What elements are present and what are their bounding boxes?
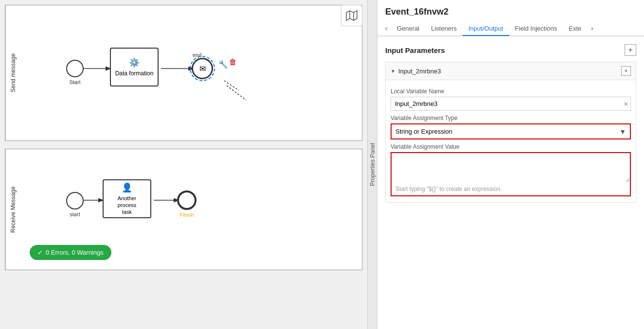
input-group-toggle[interactable]: ▼ Input_2mrbne3 <box>391 68 441 75</box>
finish-circle <box>177 190 197 210</box>
tab-arrow-right[interactable]: › <box>587 21 597 35</box>
assignment-value-hint: Start typing "${}" to create an expressi… <box>392 184 630 195</box>
task-box-formation: ⚙️ Data formation <box>110 48 159 87</box>
person-icon: 👤 <box>122 182 132 193</box>
local-var-clear-button[interactable]: × <box>624 100 628 108</box>
envelope-icon: ✉ <box>199 64 206 73</box>
status-check-icon: ✓ <box>37 249 43 256</box>
section-title: Input Parameters <box>385 46 445 54</box>
tab-extensions[interactable]: Exte <box>563 22 587 36</box>
add-input-button[interactable]: + <box>625 44 636 56</box>
panel-tabs: ‹ General Listeners Input/Output Field I… <box>377 21 644 36</box>
status-text: 0 Errors, 0 Warnings <box>46 249 104 256</box>
local-var-label: Local Variable Name <box>391 88 631 95</box>
end-label: end <box>193 52 201 58</box>
lane-top-label: Send message <box>5 5 20 140</box>
tab-listeners[interactable]: Listeners <box>425 22 463 36</box>
start-label-bottom: start <box>70 211 80 217</box>
wrench-icon: 🔧 <box>218 60 228 69</box>
input-group: ▼ Input_2mrbne3 × Local Variable Name × … <box>385 62 636 203</box>
input-group-header: ▼ Input_2mrbne3 × <box>386 62 636 80</box>
chevron-down-icon: ▼ <box>391 69 395 74</box>
start-event-top[interactable]: Start <box>66 60 84 85</box>
assignment-value-label: Variable Assignment Value <box>391 143 631 150</box>
tab-input-output[interactable]: Input/Output <box>463 22 509 36</box>
lane-top-content: Start ⚙️ Data formation end ✉ 🔧 🗑 <box>20 5 362 140</box>
data-formation-task[interactable]: ⚙️ Data formation <box>110 48 159 87</box>
remove-group-button[interactable]: × <box>621 66 631 76</box>
map-icon-button[interactable] <box>341 5 362 26</box>
tab-general[interactable]: General <box>391 22 425 36</box>
task-label-another: Another process task <box>118 195 137 216</box>
panel-title: Event_16fnvw2 <box>377 0 644 21</box>
local-var-input[interactable] <box>391 97 631 111</box>
end-circle-dashed: ✉ <box>192 58 213 79</box>
properties-tab-label: Properties Panel <box>369 143 376 186</box>
start-label-top: Start <box>69 79 80 85</box>
lane-top: Send message Start <box>5 5 362 141</box>
task-label-formation: Data formation <box>115 70 154 77</box>
task-box-another: 👤 Another process task <box>103 179 151 218</box>
assignment-type-wrapper: String or Expression List Map ▼ <box>391 123 631 139</box>
assignment-value-textarea[interactable] <box>392 153 630 182</box>
panel-body: Input Parameters + ▼ Input_2mrbne3 × Loc… <box>377 36 644 329</box>
assignment-type-label: Variable Assignment Type <box>391 115 631 121</box>
end-event-top[interactable]: ✉ <box>192 58 213 79</box>
svg-line-5 <box>224 81 239 90</box>
lane-bottom-label: Receive Message <box>5 149 20 270</box>
group-name: Input_2mrbne3 <box>398 68 441 75</box>
finish-event-bottom[interactable]: Finish <box>177 190 197 218</box>
another-process-task[interactable]: 👤 Another process task <box>103 179 151 218</box>
right-panel: Event_16fnvw2 ‹ General Listeners Input/… <box>377 0 644 329</box>
assignment-type-select[interactable]: String or Expression List Map <box>392 124 630 139</box>
svg-line-6 <box>227 86 246 100</box>
start-circle <box>66 60 84 77</box>
start-event-bottom[interactable]: start <box>66 192 84 217</box>
properties-panel-tab[interactable]: Properties Panel <box>367 0 377 329</box>
lane-bottom: Receive Message start <box>5 149 362 270</box>
task-icon-gear: ⚙️ <box>129 57 140 68</box>
tab-arrow-left[interactable]: ‹ <box>381 21 391 35</box>
assignment-value-wrapper: Start typing "${}" to create an expressi… <box>391 152 631 196</box>
svg-marker-0 <box>346 11 357 20</box>
start-circle-bottom <box>66 192 84 209</box>
canvas-area: Send message Start <box>0 0 367 329</box>
status-bar: ✓ 0 Errors, 0 Warnings <box>30 245 111 260</box>
trash-icon[interactable]: 🗑 <box>229 58 237 67</box>
finish-label-bottom: Finish <box>179 212 194 218</box>
status-badge: ✓ 0 Errors, 0 Warnings <box>30 245 111 260</box>
tab-field-injections[interactable]: Field Injections <box>509 22 563 36</box>
section-header: Input Parameters + <box>385 44 636 56</box>
input-group-body: Local Variable Name × Variable Assignmen… <box>386 80 636 202</box>
local-var-field-wrapper: × <box>391 97 631 111</box>
